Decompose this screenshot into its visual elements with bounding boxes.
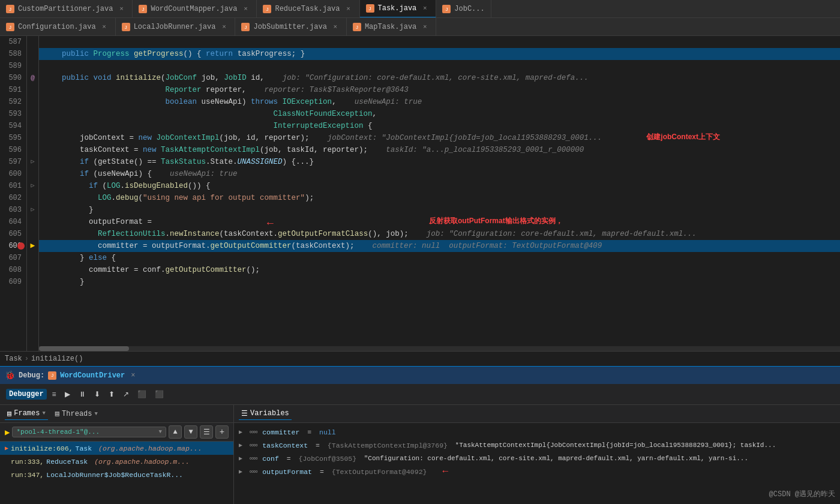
line-num-603: 603 (5, 204, 22, 216)
debugger-toolbar: Debugger ≡ ▶ ⏸ ⬇ ⬆ ↗ ⬛ ⬛ (0, 384, 840, 405)
var-item-committer[interactable]: ▶ ∞∞ committer = null (234, 425, 840, 439)
tab-job-submitter[interactable]: J JobSubmitter.java × (235, 18, 346, 36)
resume-button[interactable]: ▶ (62, 389, 73, 400)
gutter-601: ▷ (27, 180, 38, 192)
step-out-button[interactable]: ⬆ (106, 389, 118, 400)
debug-tab-name: WordCountDriver (60, 371, 125, 380)
var-value-committer: null (319, 428, 336, 436)
var-suffix-conf: "Configuration: core-default.xml, core-s… (360, 455, 748, 462)
tab-close[interactable]: × (219, 22, 229, 32)
tab-local-job-runner[interactable]: J LocalJobRunner.java × (116, 18, 236, 36)
threads-tab[interactable]: ▤ Threads ▼ (53, 408, 100, 419)
annotation-job-context: 创建jobContext上下文 (646, 131, 720, 143)
line-num-601: 601 (5, 180, 22, 192)
tab-wordcount-mapper[interactable]: J WordCountMapper.java × (133, 0, 257, 18)
frames-dropdown[interactable]: ▼ (42, 410, 45, 416)
line-num-595: 595 (5, 132, 22, 144)
frame-arrow-0: ▶ (5, 445, 8, 452)
thread-add-btn[interactable]: + (215, 425, 229, 439)
thread-filter-btn[interactable]: ☰ (200, 425, 213, 439)
debug-session-close[interactable]: × (131, 371, 135, 380)
tab-label: JobSubmitter.java (253, 23, 326, 31)
step-over-button[interactable]: ≡ (49, 389, 59, 400)
breakpoint-indicator (17, 242, 25, 250)
tab-configuration[interactable]: J Configuration.java × (0, 18, 116, 36)
evaluate-button[interactable]: ⬛ (134, 389, 149, 400)
var-expander-committer[interactable]: ▶ (239, 428, 246, 436)
threads-icon: ▤ (55, 409, 59, 418)
frame-item-0[interactable]: ▶ initialize:606, Task (org.apache.hadoo… (0, 442, 233, 455)
var-equals-conf: = (283, 455, 295, 463)
annotation-reflection: 反射获取outPutFormat输出格式的实例， (429, 215, 563, 227)
code-line-601: if (LOG.isDebugEnabled()) { (39, 180, 840, 192)
var-equals-committer: = (303, 428, 316, 436)
var-expander-taskcontext[interactable]: ▶ (239, 442, 246, 449)
run-to-cursor-button[interactable]: ↗ (120, 389, 132, 400)
csdn-watermark: @CSDN @遇见的昨天 (769, 489, 835, 499)
variables-label: Variables (250, 409, 289, 418)
tab-icon-java: J (6, 23, 14, 31)
code-line-608: committer = conf.getOutputCommitter(); (39, 264, 840, 276)
tab-map-task[interactable]: J MapTask.java × (347, 18, 436, 36)
variables-icon: ☰ (241, 409, 248, 418)
tab-jobc[interactable]: J JobC... (436, 0, 491, 18)
gutter-608 (27, 264, 38, 276)
line-num-590: 590 (5, 72, 22, 84)
code-line-592: boolean useNewApi) throws IOException, u… (39, 96, 840, 108)
tab-close[interactable]: × (344, 4, 353, 14)
debug-tab-icon: J (48, 371, 56, 380)
frame-file-1: (org.apache.hadoop.m... (90, 458, 190, 466)
code-line-605: ReflectionUtils.newInstance(taskContext.… (39, 228, 840, 240)
pause-button[interactable]: ⏸ (76, 389, 89, 400)
frame-item-1[interactable]: ▶ run:333, ReduceTask (org.apache.hadoop… (0, 455, 233, 468)
var-item-outputformat[interactable]: ▶ ∞∞ outputFormat = {TextOutputFormat@40… (234, 465, 840, 478)
code-line-588: public Progress getProgress() { return t… (39, 48, 840, 60)
breadcrumb: Task › initialize() (0, 351, 840, 366)
var-expander-outputformat[interactable]: ▶ (239, 468, 246, 475)
frames-tab[interactable]: ▤ Frames ▼ (5, 408, 48, 420)
tab-icon-java: J (122, 23, 130, 31)
tab-close[interactable]: × (116, 4, 126, 14)
var-value-conf: {JobConf@3505} (299, 455, 357, 463)
code-line-593: ClassNotFoundException, (39, 108, 840, 120)
line-numbers: 587 588 589 590 591 592 593 594 595 596 … (0, 36, 27, 351)
line-num-592: 592 (5, 96, 22, 108)
frames-panel: ▤ Frames ▼ ▤ Threads ▼ ▶ *pool-4-thread-… (0, 405, 234, 504)
step-into-button[interactable]: ⬇ (91, 389, 103, 400)
tab-task-java[interactable]: J Task.java × (360, 0, 437, 18)
tab-custom-partitioner[interactable]: J CustomPartitioner.java × (0, 0, 133, 18)
line-num-597: 597 (5, 156, 22, 168)
tab-close[interactable]: × (420, 22, 430, 32)
horizontal-scrollbar[interactable] (39, 346, 840, 351)
var-item-conf[interactable]: ▶ ∞∞ conf = {JobConf@3505} "Configuratio… (234, 452, 840, 465)
thread-next-btn[interactable]: ▼ (184, 425, 197, 439)
tab-reduce-task[interactable]: J ReduceTask.java × (257, 0, 359, 18)
var-expander-conf[interactable]: ▶ (239, 455, 246, 462)
tab-close[interactable]: × (100, 22, 109, 32)
var-oo-taskcontext: ∞∞ (250, 442, 257, 449)
gutter-593 (27, 108, 38, 120)
mute-breakpoints-button[interactable]: ⬛ (152, 389, 167, 400)
scrollbar-thumb[interactable] (39, 346, 129, 351)
tab-close[interactable]: × (420, 4, 430, 13)
debugger-tab-button[interactable]: Debugger (6, 389, 47, 400)
frame-method-1: run:333, (11, 458, 44, 466)
gutter-588 (27, 48, 38, 60)
thread-prev-btn[interactable]: ▲ (169, 425, 182, 439)
threads-dropdown[interactable]: ▼ (95, 411, 98, 417)
var-name-conf: conf (262, 455, 279, 463)
code-line-602: LOG.debug("using new api for output comm… (39, 192, 840, 204)
frame-file-0: (org.apache.hadoop.map... (94, 445, 202, 452)
gutter-597: ▷ (27, 156, 38, 168)
line-num-602: 602 (5, 192, 22, 204)
code-content: public Progress getProgress() { return t… (39, 36, 840, 351)
frame-item-2[interactable]: ▶ run:347, LocalJobRunner$Job$ReduceTask… (0, 468, 233, 481)
var-item-taskcontext[interactable]: ▶ ∞∞ taskContext = {TaskAttemptContextIm… (234, 439, 840, 452)
thread-dropdown[interactable]: *pool-4-thread-1"@... ▼ (12, 427, 166, 437)
tab-close[interactable]: × (331, 22, 340, 32)
variables-tab[interactable]: ☰ Variables (239, 408, 292, 420)
thread-dropdown-arrow: ▼ (159, 429, 162, 435)
line-num-596: 596 (5, 144, 22, 156)
tab-close[interactable]: × (241, 4, 250, 14)
code-line-607: } else { (39, 252, 840, 264)
